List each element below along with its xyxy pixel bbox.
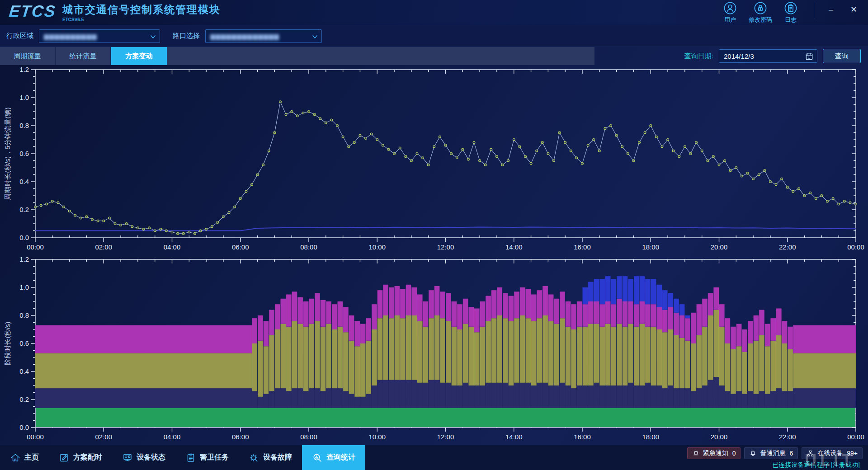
- phase-duration-chart: 0.00.20.40.60.81.01.200:0002:0004:0006:0…: [0, 255, 868, 445]
- crossing-select-value: ▆▆▆▆▆▆▆▆▆▆▆▆▆: [210, 33, 279, 40]
- home-icon: [10, 452, 21, 463]
- svg-text:20:00: 20:00: [711, 243, 728, 251]
- nav-item-1[interactable]: 主页: [0, 445, 49, 470]
- minimize-button[interactable]: –: [829, 5, 833, 14]
- badge-2[interactable]: 普通消息6: [744, 447, 798, 459]
- svg-text:12:00: 12:00: [437, 243, 454, 251]
- user-button[interactable]: 用户: [723, 1, 737, 24]
- svg-text:0.8: 0.8: [19, 311, 29, 319]
- svg-text:06:00: 06:00: [232, 243, 249, 251]
- svg-text:00:00: 00:00: [27, 433, 44, 441]
- status-badges: 紧急通知0普通消息6在线设备99+: [687, 447, 863, 459]
- lock-icon: [754, 1, 767, 15]
- change-password-button[interactable]: 修改密码: [749, 1, 772, 24]
- svg-text:00:00: 00:00: [847, 433, 864, 441]
- svg-text:1.2: 1.2: [19, 255, 29, 263]
- app-version: ETCSV6.5: [62, 17, 221, 22]
- crossing-label: 路口选择: [173, 32, 200, 40]
- nav-item-3[interactable]: 设备状态: [112, 445, 175, 470]
- query-button[interactable]: 查询: [823, 49, 861, 63]
- calendar-icon[interactable]: [805, 52, 814, 61]
- siren-icon: [692, 450, 700, 457]
- region-label: 行政区域: [6, 32, 33, 40]
- svg-text:0.6: 0.6: [19, 339, 29, 347]
- query-date-label: 查询日期:: [684, 52, 713, 61]
- svg-text:04:00: 04:00: [164, 243, 181, 251]
- svg-text:0.2: 0.2: [19, 206, 29, 213]
- region-select[interactable]: ▆▆▆▆▆▆▆▆▆▆: [39, 29, 160, 43]
- devices-icon: [807, 450, 814, 457]
- svg-text:18:00: 18:00: [642, 243, 659, 251]
- svg-text:14:00: 14:00: [505, 243, 523, 251]
- query-date-input[interactable]: 2014/12/3: [719, 49, 817, 63]
- app-header: ETCS 城市交通信号控制系统管理模块 ETCSV6.5 用户 修改密码 日志 …: [0, 0, 868, 25]
- phase-duration-chart-svg: 0.00.20.40.60.81.01.200:0002:0004:0006:0…: [0, 255, 868, 445]
- svg-text:12:00: 12:00: [437, 433, 454, 441]
- svg-text:00:00: 00:00: [27, 243, 44, 251]
- plan-icon: [59, 452, 70, 463]
- svg-text:0.8: 0.8: [19, 122, 29, 129]
- tab-3[interactable]: 方案变动: [111, 47, 167, 65]
- cycle-flow-chart: 0.00.20.40.60.81.01.200:0002:0004:0006:0…: [0, 65, 868, 255]
- crossing-select[interactable]: ▆▆▆▆▆▆▆▆▆▆▆▆▆: [205, 29, 322, 43]
- app-logo: ETCS: [8, 2, 57, 21]
- svg-text:阶段时长(秒/s): 阶段时长(秒/s): [4, 322, 11, 366]
- svg-text:02:00: 02:00: [95, 433, 112, 441]
- tab-1[interactable]: 周期流量: [0, 47, 56, 65]
- chevron-down-icon: [150, 35, 156, 39]
- divider: [814, 1, 814, 19]
- svg-text:0.4: 0.4: [19, 178, 29, 185]
- bottom-nav-bar: 主页方案配时设备状态警卫任务设备故障查询统计 紧急通知0普通消息6在线设备99+…: [0, 445, 868, 470]
- nav-item-2[interactable]: 方案配时: [49, 445, 112, 470]
- main-nav: 主页方案配时设备状态警卫任务设备故障查询统计: [0, 445, 365, 470]
- page-title: 城市交通信号控制系统管理模块: [62, 3, 221, 17]
- user-icon: [723, 1, 737, 15]
- bell-icon: [749, 450, 757, 457]
- svg-text:0.4: 0.4: [19, 367, 29, 375]
- svg-text:22:00: 22:00: [779, 433, 796, 441]
- region-select-value: ▆▆▆▆▆▆▆▆▆▆: [44, 33, 97, 40]
- svg-text:08:00: 08:00: [300, 433, 317, 441]
- svg-text:0.6: 0.6: [19, 150, 29, 157]
- svg-text:18:00: 18:00: [642, 433, 659, 441]
- stats-icon: [312, 452, 323, 463]
- svg-text:0.2: 0.2: [19, 395, 29, 403]
- svg-text:22:00: 22:00: [779, 243, 796, 251]
- svg-text:周期时长(秒/s)，5分钟流量(辆): 周期时长(秒/s)，5分钟流量(辆): [4, 108, 11, 200]
- log-button[interactable]: 日志: [784, 1, 797, 24]
- cycle-flow-chart-svg: 0.00.20.40.60.81.01.200:0002:0004:0006:0…: [0, 65, 868, 255]
- tab-2[interactable]: 统计流量: [56, 47, 111, 65]
- fault-icon: [249, 452, 259, 463]
- svg-text:10:00: 10:00: [368, 243, 386, 251]
- svg-text:14:00: 14:00: [505, 433, 523, 441]
- svg-text:00:00: 00:00: [847, 243, 864, 251]
- svg-text:16:00: 16:00: [574, 243, 591, 251]
- connection-status: 已连接设备通信程序 [注册成功]: [772, 461, 863, 469]
- svg-text:1.2: 1.2: [19, 66, 29, 73]
- svg-text:10:00: 10:00: [368, 433, 386, 441]
- badge-1[interactable]: 紧急通知0: [687, 447, 741, 459]
- svg-text:0.0: 0.0: [19, 234, 29, 241]
- device-icon: [122, 452, 133, 463]
- svg-text:1.0: 1.0: [19, 94, 29, 101]
- nav-item-6[interactable]: 查询统计: [302, 445, 365, 470]
- nav-item-4[interactable]: 警卫任务: [175, 445, 239, 470]
- tab-bar: 周期流量统计流量方案变动 查询日期: 2014/12/3 查询: [0, 47, 868, 65]
- chevron-down-icon: [312, 35, 318, 39]
- nav-item-5[interactable]: 设备故障: [239, 445, 302, 470]
- guard-icon: [185, 452, 196, 463]
- svg-text:16:00: 16:00: [574, 433, 591, 441]
- badge-3[interactable]: 在线设备99+: [802, 447, 863, 459]
- svg-text:0.0: 0.0: [19, 423, 29, 431]
- svg-text:06:00: 06:00: [232, 433, 249, 441]
- tab-strip: 周期流量统计流量方案变动: [0, 47, 594, 65]
- filter-bar: 行政区域 ▆▆▆▆▆▆▆▆▆▆ 路口选择 ▆▆▆▆▆▆▆▆▆▆▆▆▆: [0, 25, 868, 47]
- query-date-value: 2014/12/3: [724, 52, 754, 60]
- svg-text:04:00: 04:00: [164, 433, 181, 441]
- svg-text:20:00: 20:00: [711, 433, 728, 441]
- svg-text:02:00: 02:00: [95, 243, 112, 251]
- svg-text:08:00: 08:00: [300, 243, 317, 251]
- close-button[interactable]: ✕: [850, 5, 857, 14]
- svg-text:1.0: 1.0: [19, 283, 29, 291]
- log-icon: [784, 1, 797, 15]
